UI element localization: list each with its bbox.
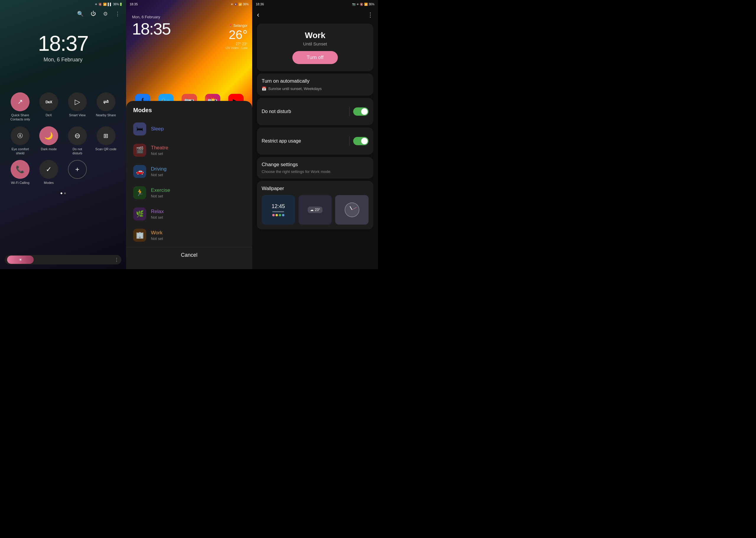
relax-name: Relax <box>151 209 245 215</box>
wallpaper-preview-3[interactable] <box>335 195 369 225</box>
scan-qr-button[interactable]: ⊞ <box>96 126 115 145</box>
qa-eye-comfort[interactable]: Ⓐ Eye comfortshield <box>7 126 33 155</box>
exercise-text: Exercise Not set <box>151 188 245 198</box>
quick-share-label: Quick ShareContacts only <box>10 113 30 122</box>
restrict-row: Restrict app usage <box>262 132 369 150</box>
panel-work-settings: 18:36 📷 ✳ 🔇 📶 36% ‹ ⋮ Work Until Sunset … <box>252 0 378 269</box>
search-icon[interactable]: 🔍 <box>77 11 84 17</box>
dot-2 <box>64 192 66 194</box>
more-icon[interactable]: ⋮ <box>115 11 120 17</box>
brightness-bar[interactable]: ☀ ⋮ <box>5 255 121 264</box>
wifi-calling-button[interactable]: 📞 <box>11 160 29 179</box>
work-status: Not set <box>151 237 245 241</box>
p3-status-icons: 📷 ✳ 🔇 📶 36% <box>352 3 375 6</box>
weather-range: 27° 23° <box>226 42 248 46</box>
work-text: Work Not set <box>151 230 245 241</box>
wp2-weather: ☁ 23° <box>308 207 322 213</box>
qa-dnd[interactable]: ⊖ Do notdisturb <box>64 126 91 155</box>
restrict-toggle[interactable] <box>353 137 369 145</box>
qa-modes[interactable]: ✓ Modes <box>36 160 62 185</box>
qa-dex[interactable]: DeX DeX <box>36 92 62 122</box>
theatre-icon: 🎬 <box>136 146 144 154</box>
home-time: 18:35 <box>132 19 170 38</box>
quick-share-icon: ↗ <box>18 98 23 106</box>
modes-list: 🛏 Sleep 🎬 Theatre Not set 🚗 <box>126 118 252 246</box>
panel-lock-screen: ✳ 🔇 📶 ▌▌ 36%🔋 🔍 ⏻ ⚙ ⋮ 18:37 Mon, 6 Febru… <box>0 0 126 269</box>
modes-button[interactable]: ✓ <box>39 160 58 179</box>
wallpaper-preview-1[interactable]: 12:45 <box>262 195 295 225</box>
modes-modal-title: Modes <box>126 107 252 118</box>
p3-mute-icon: 🔇 <box>360 3 363 6</box>
qa-add[interactable]: + <box>64 160 91 185</box>
modes-modal: Modes 🛏 Sleep 🎬 Theatre Not set <box>126 101 252 269</box>
auto-schedule-detail: 📅 Sunrise until sunset, Weekdays <box>262 86 369 91</box>
mode-driving[interactable]: 🚗 Driving Not set <box>126 161 252 182</box>
change-settings-section[interactable]: Change settings Choose the right setting… <box>257 157 373 179</box>
lock-time: 18:37 <box>38 31 88 55</box>
lock-date: Mon, 6 February <box>43 57 83 63</box>
p3-header: ‹ ⋮ <box>252 8 378 21</box>
dex-button[interactable]: DeX <box>39 92 58 111</box>
status-icons-p1: ✳ 🔇 📶 ▌▌ 36%🔋 <box>95 3 123 6</box>
dnd-button[interactable]: ⊖ <box>68 126 87 145</box>
qa-nearby-share[interactable]: ⇌ Nearby Share <box>93 92 119 122</box>
mode-exercise[interactable]: 🏃 Exercise Not set <box>126 182 252 203</box>
p2-mute-icon: 🔇 <box>234 3 237 6</box>
dex-label: DeX <box>45 113 52 117</box>
dark-mode-button[interactable]: 🌙 <box>39 126 58 145</box>
eye-comfort-button[interactable]: Ⓐ <box>11 126 29 145</box>
p3-signal-icon: 📷 <box>352 3 356 6</box>
smart-view-icon: ▷ <box>75 98 80 106</box>
qa-wifi-calling[interactable]: 📞 Wi-Fi Calling <box>7 160 33 185</box>
qa-quick-share[interactable]: ↗ Quick ShareContacts only <box>7 92 33 122</box>
p3-battery: 36% <box>369 3 375 6</box>
brightness-fill: ☀ <box>7 255 34 264</box>
calendar-icon: 📅 <box>262 86 266 91</box>
mode-sleep[interactable]: 🛏 Sleep <box>126 118 252 139</box>
mode-relax[interactable]: 🌿 Relax Not set <box>126 203 252 225</box>
qa-dark-mode[interactable]: 🌙 Dark mode <box>36 126 62 155</box>
more-menu-button[interactable]: ⋮ <box>367 11 373 18</box>
dnd-icon: ⊖ <box>75 132 80 140</box>
mute-icon: 🔇 <box>98 3 102 6</box>
qa-smart-view[interactable]: ▷ Smart View <box>64 92 91 122</box>
relax-icon: 🌿 <box>136 210 144 218</box>
change-settings-title: Change settings <box>262 162 369 168</box>
p3-wifi-icon: 📶 <box>364 3 368 6</box>
change-settings-subtitle: Choose the right settings for Work mode. <box>262 169 369 174</box>
sleep-icon: 🛏 <box>137 125 143 133</box>
wifi-calling-label: Wi-Fi Calling <box>11 181 29 185</box>
signal-icon: ▌▌ <box>108 3 112 6</box>
quick-share-button[interactable]: ↗ <box>11 92 29 111</box>
turn-off-button[interactable]: Turn off <box>292 51 338 64</box>
power-icon[interactable]: ⏻ <box>91 11 96 17</box>
add-button[interactable]: + <box>68 160 87 179</box>
status-bar-p1: ✳ 🔇 📶 ▌▌ 36%🔋 <box>0 0 126 8</box>
cancel-button[interactable]: Cancel <box>126 247 252 263</box>
mode-theatre[interactable]: 🎬 Theatre Not set <box>126 139 252 161</box>
wp1-time: 12:45 <box>272 203 285 209</box>
wallpaper-section: Wallpaper 12:45 ☁ <box>257 181 373 229</box>
wallpaper-previews: 12:45 ☁ 23° <box>262 195 369 225</box>
weather-location: 📍 Selangor <box>226 24 248 28</box>
qa-scan-qr[interactable]: ⊞ Scan QR code <box>93 126 119 155</box>
add-icon: + <box>75 165 80 174</box>
settings-icon[interactable]: ⚙ <box>103 11 108 17</box>
work-mode-hero: Work Until Sunset Turn off <box>257 24 373 71</box>
mode-work[interactable]: 🏢 Work Not set <box>126 225 252 246</box>
clock-minute-hand <box>352 207 356 210</box>
theatre-text: Theatre Not set <box>151 145 245 156</box>
back-button[interactable]: ‹ <box>257 11 259 19</box>
weather-uv: UV index : Low <box>226 46 248 50</box>
dnd-row: Do not disturb <box>262 103 369 120</box>
p2-battery: 36% <box>243 3 249 6</box>
wallpaper-preview-2[interactable]: ☁ 23° <box>299 195 332 225</box>
sleep-name: Sleep <box>151 126 245 132</box>
p3-time: 18:36 <box>256 2 264 6</box>
brightness-menu-icon[interactable]: ⋮ <box>114 257 119 263</box>
dnd-toggle[interactable] <box>353 107 369 116</box>
smart-view-button[interactable]: ▷ <box>68 92 87 111</box>
dnd-label: Do not disturb <box>262 109 291 114</box>
nearby-share-button[interactable]: ⇌ <box>96 92 115 111</box>
exercise-name: Exercise <box>151 188 245 193</box>
